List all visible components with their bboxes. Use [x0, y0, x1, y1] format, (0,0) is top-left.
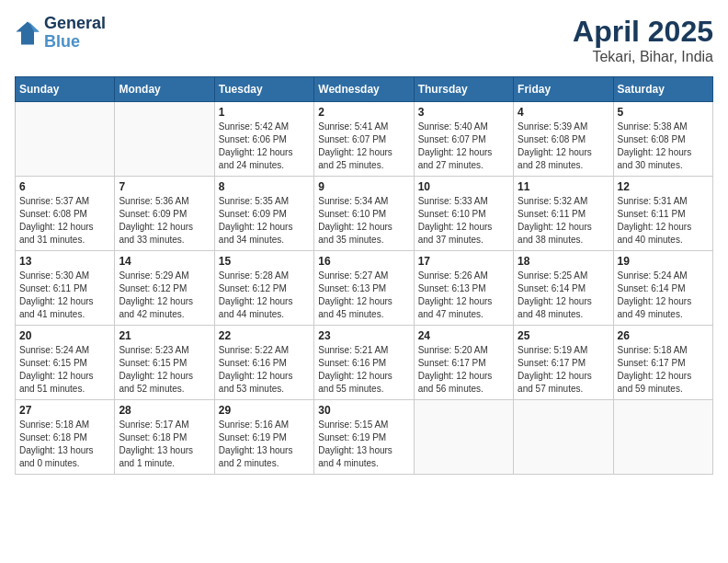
day-number: 19: [618, 255, 709, 268]
day-detail: Sunrise: 5:26 AMSunset: 6:13 PMDaylight:…: [418, 270, 509, 321]
calendar-cell: 3Sunrise: 5:40 AMSunset: 6:07 PMDaylight…: [414, 102, 513, 177]
calendar-cell: 10Sunrise: 5:33 AMSunset: 6:10 PMDayligh…: [414, 177, 513, 251]
calendar-cell: 25Sunrise: 5:19 AMSunset: 6:17 PMDayligh…: [514, 326, 613, 400]
calendar-cell: 22Sunrise: 5:22 AMSunset: 6:16 PMDayligh…: [214, 326, 313, 400]
day-number: 16: [318, 255, 409, 268]
day-detail: Sunrise: 5:19 AMSunset: 6:17 PMDaylight:…: [518, 344, 609, 396]
day-number: 4: [518, 106, 609, 119]
day-number: 25: [518, 329, 609, 342]
day-number: 11: [518, 180, 609, 193]
calendar-cell: 19Sunrise: 5:24 AMSunset: 6:14 PMDayligh…: [613, 251, 712, 326]
calendar-cell: 20Sunrise: 5:24 AMSunset: 6:15 PMDayligh…: [16, 326, 115, 400]
day-number: 28: [119, 404, 210, 417]
calendar-cell: 9Sunrise: 5:34 AMSunset: 6:10 PMDaylight…: [314, 177, 414, 251]
calendar-cell: [613, 400, 712, 475]
calendar-week-row: 27Sunrise: 5:18 AMSunset: 6:18 PMDayligh…: [16, 400, 713, 475]
day-number: 6: [19, 180, 110, 193]
calendar-table: SundayMondayTuesdayWednesdayThursdayFrid…: [15, 76, 713, 475]
calendar-cell: 4Sunrise: 5:39 AMSunset: 6:08 PMDaylight…: [514, 102, 613, 177]
calendar-cell: 28Sunrise: 5:17 AMSunset: 6:18 PMDayligh…: [115, 400, 214, 475]
calendar-cell: 27Sunrise: 5:18 AMSunset: 6:18 PMDayligh…: [16, 400, 115, 475]
day-detail: Sunrise: 5:16 AMSunset: 6:19 PMDaylight:…: [219, 419, 310, 470]
day-detail: Sunrise: 5:40 AMSunset: 6:07 PMDaylight:…: [418, 121, 509, 172]
calendar-header-thursday: Thursday: [414, 77, 513, 102]
calendar-cell: 1Sunrise: 5:42 AMSunset: 6:06 PMDaylight…: [214, 102, 313, 177]
calendar-header-monday: Monday: [115, 77, 214, 102]
day-detail: Sunrise: 5:31 AMSunset: 6:11 PMDaylight:…: [618, 195, 709, 247]
day-detail: Sunrise: 5:20 AMSunset: 6:17 PMDaylight:…: [418, 344, 509, 396]
day-detail: Sunrise: 5:32 AMSunset: 6:11 PMDaylight:…: [518, 195, 609, 247]
day-number: 29: [219, 404, 310, 417]
svg-marker-0: [16, 21, 39, 44]
calendar-cell: 5Sunrise: 5:38 AMSunset: 6:08 PMDaylight…: [613, 102, 712, 177]
day-detail: Sunrise: 5:38 AMSunset: 6:08 PMDaylight:…: [618, 121, 709, 172]
day-detail: Sunrise: 5:25 AMSunset: 6:14 PMDaylight:…: [518, 270, 609, 321]
logo-text: General Blue: [44, 15, 106, 52]
day-number: 21: [119, 329, 210, 342]
month-title: April 2025: [573, 15, 713, 49]
calendar-cell: [514, 400, 613, 475]
title-block: April 2025 Tekari, Bihar, India: [573, 15, 713, 65]
day-detail: Sunrise: 5:34 AMSunset: 6:10 PMDaylight:…: [318, 195, 409, 247]
day-number: 10: [418, 180, 509, 193]
calendar-header-sunday: Sunday: [16, 77, 115, 102]
calendar-cell: 2Sunrise: 5:41 AMSunset: 6:07 PMDaylight…: [314, 102, 414, 177]
day-number: 24: [418, 329, 509, 342]
calendar-cell: 24Sunrise: 5:20 AMSunset: 6:17 PMDayligh…: [414, 326, 513, 400]
calendar-header-tuesday: Tuesday: [214, 77, 313, 102]
calendar-cell: 26Sunrise: 5:18 AMSunset: 6:17 PMDayligh…: [613, 326, 712, 400]
day-number: 1: [219, 106, 310, 119]
day-number: 13: [19, 255, 110, 268]
day-detail: Sunrise: 5:29 AMSunset: 6:12 PMDaylight:…: [119, 270, 210, 321]
calendar-cell: 18Sunrise: 5:25 AMSunset: 6:14 PMDayligh…: [514, 251, 613, 326]
calendar-cell: [414, 400, 513, 475]
calendar-week-row: 6Sunrise: 5:37 AMSunset: 6:08 PMDaylight…: [16, 177, 713, 251]
day-number: 20: [19, 329, 110, 342]
day-detail: Sunrise: 5:30 AMSunset: 6:11 PMDaylight:…: [19, 270, 110, 321]
calendar-cell: 12Sunrise: 5:31 AMSunset: 6:11 PMDayligh…: [613, 177, 712, 251]
day-detail: Sunrise: 5:27 AMSunset: 6:13 PMDaylight:…: [318, 270, 409, 321]
day-detail: Sunrise: 5:22 AMSunset: 6:16 PMDaylight:…: [219, 344, 310, 396]
day-number: 30: [318, 404, 409, 417]
day-detail: Sunrise: 5:35 AMSunset: 6:09 PMDaylight:…: [219, 195, 310, 247]
calendar-week-row: 13Sunrise: 5:30 AMSunset: 6:11 PMDayligh…: [16, 251, 713, 326]
calendar-cell: 23Sunrise: 5:21 AMSunset: 6:16 PMDayligh…: [314, 326, 414, 400]
day-number: 7: [119, 180, 210, 193]
calendar-header-saturday: Saturday: [613, 77, 712, 102]
calendar-week-row: 1Sunrise: 5:42 AMSunset: 6:06 PMDaylight…: [16, 102, 713, 177]
calendar-cell: 11Sunrise: 5:32 AMSunset: 6:11 PMDayligh…: [514, 177, 613, 251]
day-number: 3: [418, 106, 509, 119]
day-detail: Sunrise: 5:17 AMSunset: 6:18 PMDaylight:…: [119, 419, 210, 470]
calendar-cell: 16Sunrise: 5:27 AMSunset: 6:13 PMDayligh…: [314, 251, 414, 326]
day-detail: Sunrise: 5:24 AMSunset: 6:15 PMDaylight:…: [19, 344, 110, 396]
page-header: General Blue April 2025 Tekari, Bihar, I…: [15, 15, 713, 65]
calendar-week-row: 20Sunrise: 5:24 AMSunset: 6:15 PMDayligh…: [16, 326, 713, 400]
day-detail: Sunrise: 5:23 AMSunset: 6:15 PMDaylight:…: [119, 344, 210, 396]
calendar-cell: 29Sunrise: 5:16 AMSunset: 6:19 PMDayligh…: [214, 400, 313, 475]
day-number: 8: [219, 180, 310, 193]
day-number: 14: [119, 255, 210, 268]
day-detail: Sunrise: 5:41 AMSunset: 6:07 PMDaylight:…: [318, 121, 409, 172]
logo: General Blue: [15, 15, 106, 52]
calendar-cell: 6Sunrise: 5:37 AMSunset: 6:08 PMDaylight…: [16, 177, 115, 251]
day-detail: Sunrise: 5:15 AMSunset: 6:19 PMDaylight:…: [318, 419, 409, 470]
day-detail: Sunrise: 5:18 AMSunset: 6:17 PMDaylight:…: [618, 344, 709, 396]
day-number: 23: [318, 329, 409, 342]
calendar-cell: 17Sunrise: 5:26 AMSunset: 6:13 PMDayligh…: [414, 251, 513, 326]
day-detail: Sunrise: 5:33 AMSunset: 6:10 PMDaylight:…: [418, 195, 509, 247]
calendar-cell: 30Sunrise: 5:15 AMSunset: 6:19 PMDayligh…: [314, 400, 414, 475]
day-number: 17: [418, 255, 509, 268]
location-title: Tekari, Bihar, India: [573, 49, 713, 65]
calendar-header-friday: Friday: [514, 77, 613, 102]
day-number: 2: [318, 106, 409, 119]
day-detail: Sunrise: 5:42 AMSunset: 6:06 PMDaylight:…: [219, 121, 310, 172]
calendar-cell: 14Sunrise: 5:29 AMSunset: 6:12 PMDayligh…: [115, 251, 214, 326]
calendar-cell: 15Sunrise: 5:28 AMSunset: 6:12 PMDayligh…: [214, 251, 313, 326]
day-detail: Sunrise: 5:28 AMSunset: 6:12 PMDaylight:…: [219, 270, 310, 321]
day-detail: Sunrise: 5:18 AMSunset: 6:18 PMDaylight:…: [19, 419, 110, 470]
calendar-cell: [115, 102, 214, 177]
calendar-cell: 8Sunrise: 5:35 AMSunset: 6:09 PMDaylight…: [214, 177, 313, 251]
logo-icon: [15, 20, 40, 46]
calendar-header-wednesday: Wednesday: [314, 77, 414, 102]
day-number: 15: [219, 255, 310, 268]
